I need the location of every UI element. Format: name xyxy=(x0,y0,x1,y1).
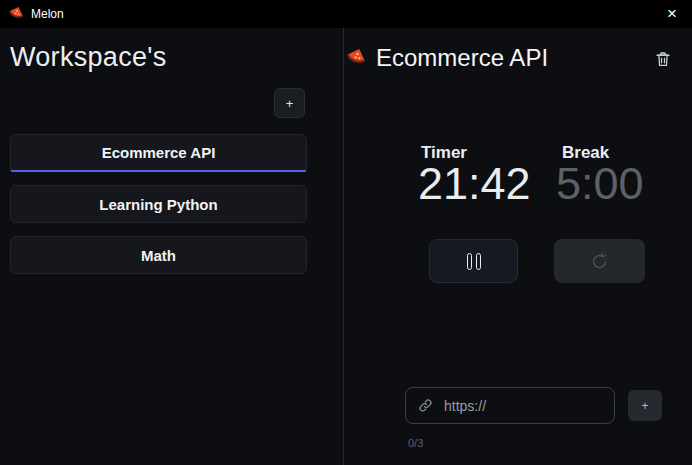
trash-icon xyxy=(654,49,672,69)
delete-workspace-button[interactable] xyxy=(650,46,676,72)
close-button[interactable]: × xyxy=(652,0,692,28)
titlebar: Melon × xyxy=(0,0,692,28)
reset-button[interactable] xyxy=(554,239,645,283)
pause-icon xyxy=(476,253,481,270)
link-input[interactable] xyxy=(442,397,602,415)
link-counter: 0/3 xyxy=(408,437,423,449)
plus-icon: + xyxy=(641,399,648,413)
link-icon xyxy=(418,398,433,413)
workspace-item-math[interactable]: Math xyxy=(10,236,307,274)
workspaces-heading: Workspace's xyxy=(10,42,167,73)
workspace-item-learning-python[interactable]: Learning Python xyxy=(10,185,307,223)
app-title: Melon xyxy=(31,7,64,21)
panel-divider xyxy=(343,28,344,465)
pause-icon xyxy=(467,253,472,270)
reset-icon xyxy=(589,251,610,272)
add-link-button[interactable]: + xyxy=(628,390,662,421)
workspace-label: Math xyxy=(141,247,176,264)
timer-value: 21:42 xyxy=(418,158,531,210)
workspace-label: Learning Python xyxy=(99,196,217,213)
pause-button[interactable] xyxy=(429,239,518,283)
melon-icon xyxy=(7,5,26,24)
link-input-box xyxy=(405,387,615,424)
workspace-title: Ecommerce API xyxy=(376,44,548,72)
workspace-item-ecommerce-api[interactable]: Ecommerce API xyxy=(10,134,307,172)
add-workspace-button[interactable]: + xyxy=(274,88,305,118)
melon-icon xyxy=(344,46,368,70)
workspace-label: Ecommerce API xyxy=(102,144,216,161)
plus-icon: + xyxy=(286,96,294,111)
break-value: 5:00 xyxy=(556,158,644,210)
workspace-list: Ecommerce API Learning Python Math xyxy=(10,134,307,274)
app-window: Melon × Workspace's + Ecommerce API Lear… xyxy=(0,0,692,465)
close-icon: × xyxy=(667,4,677,24)
